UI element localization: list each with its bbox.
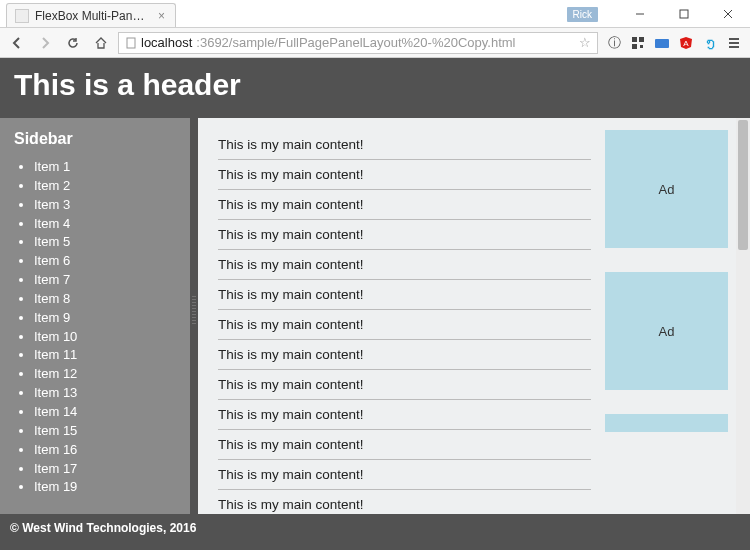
bookmark-star-icon[interactable]: ☆ (579, 35, 591, 50)
page-viewport: This is a header Sidebar Item 1Item 2Ite… (0, 58, 750, 550)
qr-icon[interactable] (628, 33, 648, 53)
sidebar-item[interactable]: Item 14 (34, 403, 176, 422)
window-controls: Rick (567, 0, 750, 28)
info-icon[interactable]: ⓘ (604, 33, 624, 53)
forward-button[interactable] (34, 32, 56, 54)
sidebar: Sidebar Item 1Item 2Item 3Item 4Item 5It… (0, 118, 190, 514)
content-line: This is my main content! (218, 430, 591, 460)
url-path: :3692/sample/FullPagePanelLayout%20-%20C… (196, 35, 515, 50)
extension-icons: ⓘ A ၅ (604, 33, 744, 53)
splitter-handle[interactable] (190, 118, 198, 514)
menu-icon[interactable] (724, 33, 744, 53)
main-content: This is my main content!This is my main … (198, 118, 601, 514)
sidebar-item[interactable]: Item 15 (34, 422, 176, 441)
svg-text:A: A (683, 39, 689, 48)
sidebar-item[interactable]: Item 2 (34, 177, 176, 196)
sidebar-item[interactable]: Item 5 (34, 233, 176, 252)
content-line: This is my main content! (218, 130, 591, 160)
sidebar-item[interactable]: Item 13 (34, 384, 176, 403)
sidebar-item[interactable]: Item 11 (34, 346, 176, 365)
sidebar-item[interactable]: Item 4 (34, 215, 176, 234)
browser-tab[interactable]: FlexBox Multi-Panel L × (6, 3, 176, 27)
sidebar-item[interactable]: Item 10 (34, 328, 176, 347)
close-tab-icon[interactable]: × (156, 9, 167, 23)
content-line: This is my main content! (218, 370, 591, 400)
sidebar-item[interactable]: Item 19 (34, 478, 176, 497)
window-titlebar: FlexBox Multi-Panel L × Rick (0, 0, 750, 28)
sidebar-item[interactable]: Item 17 (34, 460, 176, 479)
content-line: This is my main content! (218, 220, 591, 250)
maximize-button[interactable] (662, 2, 706, 26)
user-badge: Rick (567, 7, 598, 22)
svg-rect-5 (632, 37, 637, 42)
sidebar-item[interactable]: Item 6 (34, 252, 176, 271)
url-host: localhost (141, 35, 192, 50)
svg-rect-7 (632, 44, 637, 49)
page-favicon-icon (15, 9, 29, 23)
svg-rect-8 (640, 45, 643, 48)
sidebar-list: Item 1Item 2Item 3Item 4Item 5Item 6Item… (14, 158, 176, 497)
home-button[interactable] (90, 32, 112, 54)
ad-box[interactable]: Ad (605, 130, 728, 248)
content-line: This is my main content! (218, 310, 591, 340)
extension-blue-icon[interactable] (652, 33, 672, 53)
svg-rect-9 (655, 39, 669, 48)
page-icon (125, 37, 137, 49)
sidebar-item[interactable]: Item 1 (34, 158, 176, 177)
sidebar-title: Sidebar (14, 130, 176, 148)
reload-button[interactable] (62, 32, 84, 54)
ad-box[interactable]: Ad (605, 272, 728, 390)
page-footer: © West Wind Technologies, 2016 (0, 514, 750, 542)
content-line: This is my main content! (218, 160, 591, 190)
close-window-button[interactable] (706, 2, 750, 26)
main-area: This is my main content!This is my main … (198, 118, 750, 514)
content-line: This is my main content! (218, 190, 591, 220)
sidebar-item[interactable]: Item 3 (34, 196, 176, 215)
minimize-button[interactable] (618, 2, 662, 26)
sidebar-item[interactable]: Item 8 (34, 290, 176, 309)
content-line: This is my main content! (218, 400, 591, 430)
content-line: This is my main content! (218, 250, 591, 280)
ad-box[interactable] (605, 414, 728, 432)
back-button[interactable] (6, 32, 28, 54)
svg-rect-1 (680, 10, 688, 18)
sidebar-item[interactable]: Item 16 (34, 441, 176, 460)
sidebar-item[interactable]: Item 9 (34, 309, 176, 328)
browser-toolbar: localhost:3692/sample/FullPagePanelLayou… (0, 28, 750, 58)
tab-title: FlexBox Multi-Panel L (35, 9, 150, 23)
extension-spiral-icon[interactable]: ၅ (700, 33, 720, 53)
sidebar-item[interactable]: Item 7 (34, 271, 176, 290)
angular-icon[interactable]: A (676, 33, 696, 53)
scrollbar-thumb[interactable] (738, 120, 748, 250)
content-line: This is my main content! (218, 460, 591, 490)
panel-row: Sidebar Item 1Item 2Item 3Item 4Item 5It… (0, 118, 750, 514)
content-line: This is my main content! (218, 280, 591, 310)
page-title: This is a header (0, 58, 750, 118)
scrollbar-vertical[interactable] (736, 118, 750, 514)
content-line: This is my main content! (218, 490, 591, 514)
svg-rect-4 (127, 38, 135, 48)
address-bar[interactable]: localhost:3692/sample/FullPagePanelLayou… (118, 32, 598, 54)
content-line: This is my main content! (218, 340, 591, 370)
ad-column: Ad Ad (601, 118, 736, 514)
sidebar-item[interactable]: Item 12 (34, 365, 176, 384)
svg-rect-6 (639, 37, 644, 42)
